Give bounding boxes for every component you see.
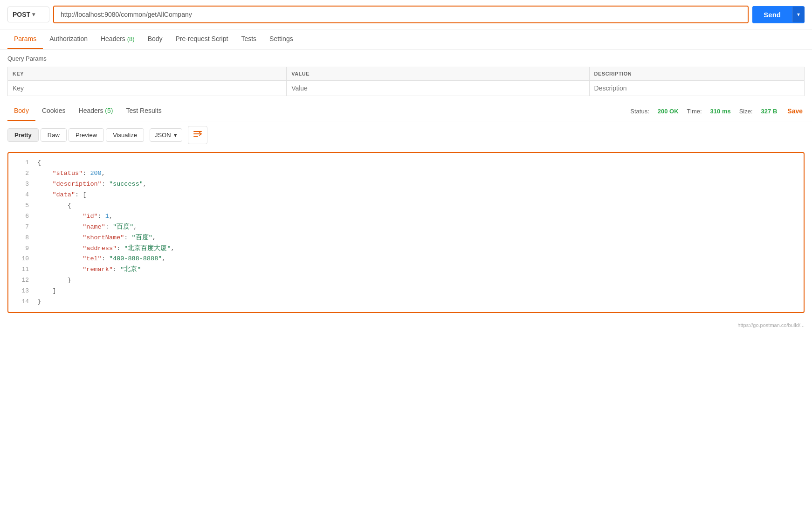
method-label: POST xyxy=(13,11,30,18)
size-label: Size: xyxy=(739,108,753,115)
params-table: KEY VALUE DESCRIPTION xyxy=(7,67,805,96)
format-arrow: ▾ xyxy=(174,132,177,139)
line-content: "tel": "400-888-8888", xyxy=(37,254,165,264)
save-button[interactable]: Save xyxy=(785,107,805,115)
size-value: 327 B xyxy=(761,108,778,115)
send-button-group: Send ▾ xyxy=(752,6,805,23)
col-header-value: VALUE xyxy=(287,67,589,81)
pretty-button[interactable]: Pretty xyxy=(7,128,39,142)
table-row xyxy=(8,81,805,96)
line-number: 6 xyxy=(14,211,29,222)
json-line: 14} xyxy=(8,297,804,307)
line-content: "status": 200, xyxy=(37,168,105,179)
line-number: 2 xyxy=(14,168,29,179)
json-line: 8 "shortName": "百度", xyxy=(8,233,804,244)
line-number: 13 xyxy=(14,286,29,297)
time-label: Time: xyxy=(687,108,702,115)
line-number: 5 xyxy=(14,201,29,211)
status-value: 200 OK xyxy=(658,108,679,115)
json-line: 12 } xyxy=(8,275,804,286)
json-line: 6 "id": 1, xyxy=(8,211,804,222)
line-content: "description": "success", xyxy=(37,179,147,190)
col-header-description: DESCRIPTION xyxy=(589,67,804,81)
line-content: { xyxy=(37,158,41,168)
url-input[interactable] xyxy=(54,7,748,22)
line-content: "data": [ xyxy=(37,190,86,201)
line-content: } xyxy=(37,275,71,286)
line-content: "id": 1, xyxy=(37,211,113,222)
tab-settings[interactable]: Settings xyxy=(263,29,300,49)
format-label: JSON xyxy=(155,132,171,139)
resp-tab-body[interactable]: Body xyxy=(7,101,35,121)
line-content: "address": "北京百度大厦", xyxy=(37,244,175,254)
json-line: 3 "description": "success", xyxy=(8,179,804,190)
tab-body[interactable]: Body xyxy=(141,29,169,49)
format-bar: Pretty Raw Preview Visualize JSON ▾ xyxy=(0,121,812,149)
visualize-button[interactable]: Visualize xyxy=(106,128,144,142)
json-line: 10 "tel": "400-888-8888", xyxy=(8,254,804,264)
request-bar: POST ▾ Send ▾ xyxy=(0,0,812,29)
response-tabs-bar: Body Cookies Headers (5) Test Results St… xyxy=(0,101,812,121)
response-status: Status: 200 OK Time: 310 ms Size: 327 B … xyxy=(630,107,805,115)
line-content: "name": "百度", xyxy=(37,222,137,233)
json-line: 4 "data": [ xyxy=(8,190,804,201)
line-number: 9 xyxy=(14,244,29,254)
raw-button[interactable]: Raw xyxy=(41,128,67,142)
line-number: 8 xyxy=(14,233,29,244)
method-dropdown-arrow: ▾ xyxy=(32,11,44,18)
line-content: "remark": "北京" xyxy=(37,264,141,275)
format-select[interactable]: JSON ▾ xyxy=(150,128,182,142)
tab-tests[interactable]: Tests xyxy=(234,29,263,49)
json-line: 5 { xyxy=(8,201,804,211)
method-select[interactable]: POST ▾ xyxy=(7,7,49,22)
line-content: ] xyxy=(37,286,56,297)
param-key-cell[interactable] xyxy=(8,81,287,96)
request-tabs: Params Authorization Headers (8) Body Pr… xyxy=(0,29,812,49)
url-input-wrapper xyxy=(53,6,749,23)
send-button[interactable]: Send xyxy=(752,6,792,23)
param-value-input[interactable] xyxy=(291,84,584,92)
query-params-label: Query Params xyxy=(7,55,805,62)
line-number: 4 xyxy=(14,190,29,201)
json-line: 1{ xyxy=(8,158,804,168)
line-number: 12 xyxy=(14,275,29,286)
watermark: https://go.postman.co/build/... xyxy=(0,320,812,332)
line-number: 11 xyxy=(14,264,29,275)
send-dropdown-button[interactable]: ▾ xyxy=(792,7,805,22)
json-line: 9 "address": "北京百度大厦", xyxy=(8,244,804,254)
json-viewer: 1{2 "status": 200,3 "description": "succ… xyxy=(7,152,805,313)
response-section: Body Cookies Headers (5) Test Results St… xyxy=(0,101,812,332)
resp-tab-headers[interactable]: Headers (5) xyxy=(72,101,120,121)
line-content: "shortName": "百度", xyxy=(37,233,156,244)
col-header-key: KEY xyxy=(8,67,287,81)
tab-headers[interactable]: Headers (8) xyxy=(94,29,141,49)
query-params-section: Query Params KEY VALUE DESCRIPTION xyxy=(0,49,812,96)
json-line: 11 "remark": "北京" xyxy=(8,264,804,275)
param-value-cell[interactable] xyxy=(287,81,589,96)
time-value: 310 ms xyxy=(710,108,731,115)
line-number: 10 xyxy=(14,254,29,264)
param-key-input[interactable] xyxy=(13,84,282,92)
json-line: 7 "name": "百度", xyxy=(8,222,804,233)
line-content: { xyxy=(37,201,71,211)
param-description-cell[interactable] xyxy=(589,81,804,96)
line-number: 1 xyxy=(14,158,29,168)
status-label: Status: xyxy=(630,108,649,115)
line-number: 7 xyxy=(14,222,29,233)
resp-tab-cookies[interactable]: Cookies xyxy=(35,101,72,121)
wrap-icon xyxy=(193,129,202,141)
wrap-button[interactable] xyxy=(188,126,207,144)
param-description-input[interactable] xyxy=(594,84,799,92)
preview-button[interactable]: Preview xyxy=(69,128,104,142)
line-number: 3 xyxy=(14,179,29,190)
tab-authorization[interactable]: Authorization xyxy=(43,29,94,49)
resp-tab-test-results[interactable]: Test Results xyxy=(119,101,168,121)
line-number: 14 xyxy=(14,297,29,307)
tab-params[interactable]: Params xyxy=(7,29,43,49)
json-line: 2 "status": 200, xyxy=(8,168,804,179)
json-line: 13 ] xyxy=(8,286,804,297)
tab-pre-request[interactable]: Pre-request Script xyxy=(169,29,235,49)
line-content: } xyxy=(37,297,41,307)
